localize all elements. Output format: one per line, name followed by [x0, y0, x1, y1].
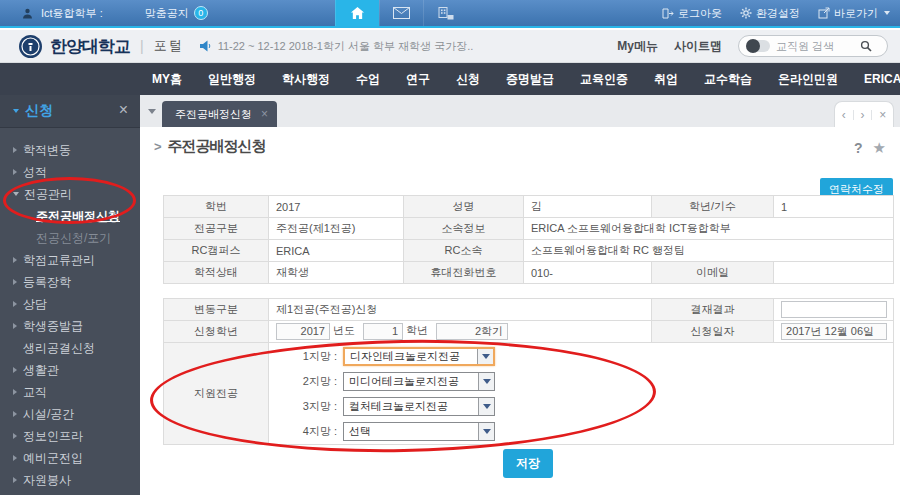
dropdown-arrow-icon[interactable]	[478, 398, 494, 415]
mail-button[interactable]	[379, 0, 423, 26]
notice-ticker[interactable]: 11-22 ~ 12-12 2018-1학기 서울 학부 재학생 국가장..	[218, 39, 474, 54]
building-icon	[438, 7, 454, 20]
divider: |	[140, 38, 144, 54]
sidebar-item-major-assignment[interactable]: 주전공배정신청	[0, 205, 140, 227]
logout-button[interactable]: 로그아웃	[662, 6, 722, 21]
sidebar-item-registration-scholarship[interactable]: 등록장학	[0, 271, 140, 293]
sidebar-item-volunteer[interactable]: 자원봉사	[0, 469, 140, 491]
nav-academic-admin[interactable]: 학사행정	[282, 71, 330, 88]
sidebar-item-reserve-army[interactable]: 예비군전입	[0, 447, 140, 469]
grade-input[interactable]: 1	[363, 323, 403, 340]
favorite-star-icon[interactable]: ★	[873, 139, 886, 157]
sidebar-item-grades[interactable]: 성적	[0, 161, 140, 183]
tab-major-assignment[interactable]: 주전공배정신청 ×	[162, 101, 277, 127]
value-student-id: 2017	[269, 196, 404, 218]
arrow-right-icon	[13, 169, 17, 175]
major-select-1[interactable]: 디자인테크놀로지전공	[343, 347, 495, 366]
year-unit-label: 년도	[333, 324, 355, 336]
sidebar-item-record-change[interactable]: 학적변동	[0, 139, 140, 161]
major-select-4[interactable]: 선택	[343, 422, 495, 441]
shortcut-menu-button[interactable]: 바로가기	[818, 6, 890, 21]
nav-erica-wallet[interactable]: ERICA-WALLET	[864, 72, 900, 86]
nav-myhome[interactable]: MY홈	[152, 71, 182, 88]
organization-button[interactable]	[423, 0, 467, 26]
nav-research[interactable]: 연구	[406, 71, 430, 88]
tab-prev-button[interactable]: ‹	[842, 108, 846, 122]
help-icon[interactable]: ?	[854, 140, 863, 156]
sidebar-item-student-id[interactable]: 학생증발급	[0, 315, 140, 337]
table-row: 지원전공 1지망 : 디자인테크놀로지전공 2지망 : 미디어테크놀로지전공 3…	[164, 343, 894, 445]
sidebar-item-menstrual-absence[interactable]: 생리공결신청	[0, 337, 140, 359]
chevron-down-icon	[13, 109, 19, 113]
mail-icon	[393, 7, 410, 19]
sidebar-item-facility-space[interactable]: 시설/공간	[0, 403, 140, 425]
custom-notice-link[interactable]: 맞춤공지 0	[145, 6, 208, 21]
nav-edu-accreditation[interactable]: 교육인증	[580, 71, 628, 88]
table-row: 변동구분 제1전공(주전공)신청 결재결과	[164, 299, 894, 321]
table-row: 전공구분 주전공(제1전공) 소속정보 ERICA 소프트웨어융합대학 ICT융…	[164, 218, 894, 240]
nav-online-civil[interactable]: 온라인민원	[778, 71, 838, 88]
dropdown-arrow-icon[interactable]	[478, 373, 494, 390]
nav-application[interactable]: 신청	[456, 71, 480, 88]
sidebar-item-major-management[interactable]: 전공관리	[0, 183, 140, 205]
label-approval-result: 결재결과	[652, 299, 774, 321]
page-title: > 주전공배정신청	[154, 137, 266, 156]
search-input[interactable]	[776, 40, 854, 52]
approval-result-input[interactable]	[781, 301, 887, 318]
nav-employment[interactable]: 취업	[654, 71, 678, 88]
nav-general-admin[interactable]: 일반행정	[208, 71, 256, 88]
divider	[853, 110, 854, 120]
nav-certificate[interactable]: 증명발급	[506, 71, 554, 88]
value-year-cohort: 1	[774, 196, 894, 218]
university-logo[interactable]: 한양대학교	[18, 34, 130, 59]
nav-teaching-learning[interactable]: 교수학습	[704, 71, 752, 88]
tab-next-button[interactable]: ›	[860, 108, 864, 122]
semester-input[interactable]: 2학기	[436, 323, 508, 340]
sitemap-link[interactable]: 사이트맵	[674, 38, 722, 55]
tab-close-icon[interactable]: ×	[261, 107, 268, 121]
year-input[interactable]: 2017	[276, 323, 330, 340]
sidebar-item-info-infra[interactable]: 정보인프라	[0, 425, 140, 447]
university-emblem-icon	[18, 34, 43, 59]
rank-1-label: 1지망 :	[291, 349, 337, 364]
value-rc-campus: ERICA	[269, 240, 404, 262]
settings-button[interactable]: 환경설정	[740, 6, 800, 21]
apply-date-input[interactable]: 2017년 12월 06일	[781, 323, 887, 340]
global-topbar: Ict융합학부 : 맞춤공지 0 로그아웃 환경설정	[0, 0, 900, 28]
major-select-2[interactable]: 미디어테크놀로지전공	[343, 372, 495, 391]
chevron-down-icon	[884, 11, 890, 15]
label-enrollment-status: 학적상태	[164, 262, 269, 284]
person-icon	[22, 8, 33, 19]
sidebar-item-credit-exchange[interactable]: 학점교류관리	[0, 249, 140, 271]
major-select-3[interactable]: 컬처테크놀로지전공	[343, 397, 495, 416]
tab-list-chevron-icon[interactable]	[148, 109, 156, 114]
user-dept-label: Ict융합학부 :	[41, 6, 103, 21]
search-icon[interactable]	[860, 40, 872, 52]
sidebar-item-dormitory[interactable]: 생활관	[0, 359, 140, 381]
dropdown-arrow-icon[interactable]	[478, 423, 494, 440]
search-scope-toggle[interactable]	[746, 40, 770, 52]
nav-class[interactable]: 수업	[356, 71, 380, 88]
sidebar-item-counseling[interactable]: 상담	[0, 293, 140, 315]
dropdown-arrow-icon[interactable]	[477, 349, 493, 364]
value-mobile: 010-	[524, 262, 652, 284]
staff-search-box[interactable]	[738, 35, 888, 57]
shortcut-icon	[818, 7, 830, 19]
save-button[interactable]: 저장	[503, 449, 553, 478]
sidebar-item-english-clinic[interactable]: 잉글리시클리닉	[0, 491, 140, 495]
my-menu-link[interactable]: My메뉴	[617, 38, 658, 55]
home-button[interactable]	[335, 0, 379, 26]
arrow-right-icon	[13, 455, 17, 461]
sidebar-close-icon[interactable]: ×	[119, 102, 128, 118]
sidebar: 신청 × 학적변동 성적 전공관리 주전공배정신청 전공신청/포기 학점교류관리…	[0, 95, 140, 495]
label-name: 성명	[404, 196, 524, 218]
tab-closeall-button[interactable]: ×	[879, 108, 886, 122]
sidebar-item-teaching-cert[interactable]: 교직	[0, 381, 140, 403]
toggle-knob-icon	[746, 39, 760, 53]
title-arrow-icon: >	[154, 139, 162, 154]
value-change-type: 제1전공(주전공)신청	[269, 299, 652, 321]
value-email	[774, 262, 894, 284]
portal-window: Ict융합학부 : 맞춤공지 0 로그아웃 환경설정	[0, 0, 900, 495]
sidebar-item-major-apply-giveup[interactable]: 전공신청/포기	[0, 227, 140, 249]
label-email: 이메일	[652, 262, 774, 284]
